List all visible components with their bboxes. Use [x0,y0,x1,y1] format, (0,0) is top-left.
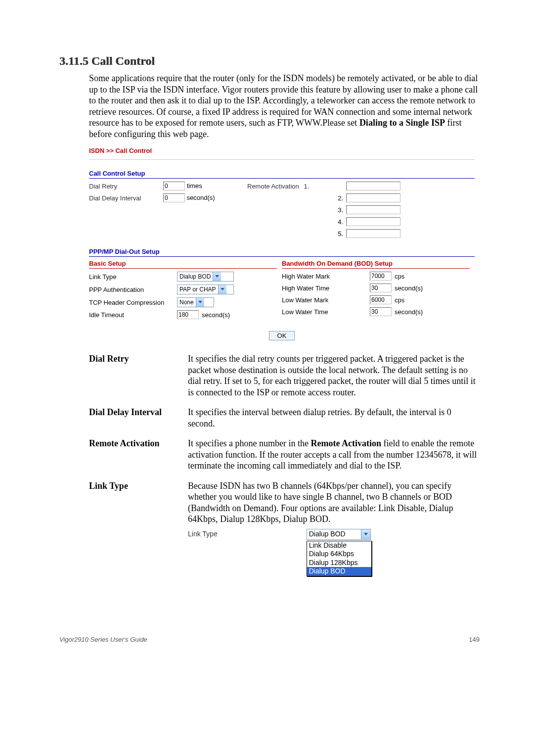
intro-bold: Dialing to a Single ISP [359,118,445,128]
remote-input-5[interactable] [346,229,400,238]
dial-delay-unit: second(s) [187,194,215,201]
ppp-setup-title: PPP/MP Dial-Out Setup [89,248,475,257]
high-water-time-row: High Water Time second(s) [282,284,470,292]
remote-num-1: 1. [304,183,312,190]
dropdown-option-selected[interactable]: Dialup BOD [307,567,371,576]
dial-retry-label: Dial Retry [89,183,163,190]
basic-setup-title: Basic Setup [89,260,277,269]
link-type-dropdown-label: Link Type [188,529,218,539]
high-water-time-unit: second(s) [395,284,423,292]
link-type-value: Dialup BOD [179,273,211,280]
def-remote-activation: Remote Activation It specifies a phone n… [89,438,480,472]
chevron-down-icon [361,529,370,539]
high-water-mark-unit: cps [395,273,404,280]
dial-retry-unit: times [187,182,202,189]
def-term: Link Type [89,480,173,576]
remote-input-4-cell [346,217,435,226]
def-desc: It specifies the interval between dialup… [188,407,480,429]
remote-num-5: 5. [247,230,346,237]
def-term: Dial Retry [89,353,173,398]
ra-before: It specifies a phone number in the [188,438,311,448]
def-desc: It specifies the dial retry counts per t… [188,353,480,398]
remote-input-3[interactable] [346,205,400,214]
high-water-time-label: High Water Time [282,284,367,292]
dial-retry-input[interactable] [163,182,185,190]
remote-input-1[interactable] [346,182,400,190]
link-type-select[interactable]: Dialup BOD [177,272,234,282]
intro-paragraph: Some applications require that the route… [89,73,480,140]
low-water-time-input[interactable] [370,307,392,316]
definition-list: Dial Retry It specifies the dial retry c… [89,353,480,576]
high-water-mark-label: High Water Mark [282,273,367,280]
def-term: Remote Activation [89,438,173,472]
dropdown-option[interactable]: Dialup 64Kbps [307,550,371,559]
idle-timeout-input[interactable] [177,310,199,319]
dial-retry-cell: times [163,182,247,190]
def-term: Dial Delay Interval [89,407,173,429]
def-dial-retry: Dial Retry It specifies the dial retry c… [89,353,480,398]
footer-left: Vigor2910 Series User's Guide [59,636,147,643]
chevron-down-icon [196,298,204,307]
idle-timeout-row: Idle Timeout second(s) [89,310,277,319]
def-desc: It specifies a phone number in the Remot… [188,438,480,472]
dial-delay-input[interactable] [163,193,185,202]
low-water-mark-unit: cps [395,296,404,304]
remote-num-3: 3. [247,206,346,214]
svg-marker-3 [364,533,368,535]
dropdown-option[interactable]: Link Disable [307,541,371,550]
def-link-type: Link Type Because ISDN has two B channel… [89,480,480,576]
low-water-mark-input[interactable] [370,295,392,304]
page-footer: Vigor2910 Series User's Guide 149 [59,636,480,643]
idle-timeout-unit: second(s) [202,311,230,319]
dial-delay-cell: second(s) [163,193,247,202]
remote-input-2[interactable] [346,193,400,202]
section-heading: 3.11.5 Call Control [59,54,480,68]
call-control-grid: Dial Retry times Remote Activation 1. Di… [89,182,475,238]
remote-input-4[interactable] [346,217,400,226]
section-title-text: Call Control [91,54,155,67]
link-type-label: Link Type [89,273,174,281]
tcp-header-row: TCP Header Compression None [89,297,277,307]
breadcrumb: ISDN >> Call Control [89,147,475,160]
link-type-select-open[interactable]: Link Disable Dialup 64Kbps Dialup 128Kbp… [307,541,372,576]
ppp-auth-value: PAP or CHAP [179,286,216,293]
svg-marker-2 [198,301,202,303]
low-water-time-label: Low Water Time [282,308,367,316]
remote-input-2-cell [346,193,435,202]
link-type-select-closed[interactable]: Dialup BOD [307,529,371,540]
link-type-dropdown-illustration: Link Type Dialup BOD Link Disable Dialup… [188,529,480,576]
ppp-auth-label: PPP Authentication [89,286,174,293]
ppp-auth-select[interactable]: PAP or CHAP [177,284,234,294]
tcp-header-label: TCP Header Compression [89,299,174,306]
idle-timeout-label: Idle Timeout [89,311,174,319]
form-screenshot: ISDN >> Call Control Call Control Setup … [89,147,475,340]
ok-button-wrap: OK [89,331,475,340]
def-dial-delay: Dial Delay Interval It specifies the int… [89,407,480,429]
chevron-down-icon [213,272,221,281]
remote-input-5-cell [346,229,435,238]
ppp-sub-grid: Basic Setup Link Type Dialup BOD PPP Aut… [89,260,475,322]
low-water-time-unit: second(s) [395,308,423,316]
remote-num-4: 4. [247,218,346,226]
link-type-row: Link Type Dialup BOD [89,272,277,282]
remote-input-3-cell [346,205,435,214]
ra-bold: Remote Activation [311,438,381,448]
tcp-header-select[interactable]: None [177,297,214,307]
remote-activation-label: Remote Activation 1. [247,183,346,190]
call-control-setup-title: Call Control Setup [89,170,475,179]
dropdown-option[interactable]: Dialup 128Kbps [307,559,371,567]
def-desc: Because ISDN has two B channels (64Kbps/… [188,480,480,576]
high-water-time-input[interactable] [370,284,392,292]
dial-delay-label: Dial Delay Interval [89,194,163,202]
high-water-mark-input[interactable] [370,272,392,281]
ok-button[interactable]: OK [269,331,295,340]
remote-num-2: 2. [247,194,346,202]
section-number: 3.11.5 [59,54,89,67]
bod-setup-title: Bandwidth On Demand (BOD) Setup [282,260,470,269]
low-water-mark-row: Low Water Mark cps [282,295,470,304]
chevron-down-icon [218,285,226,294]
low-water-mark-label: Low Water Mark [282,296,367,304]
high-water-mark-row: High Water Mark cps [282,272,470,281]
link-type-selected: Dialup BOD [309,530,346,539]
basic-setup-col: Basic Setup Link Type Dialup BOD PPP Aut… [89,260,277,322]
